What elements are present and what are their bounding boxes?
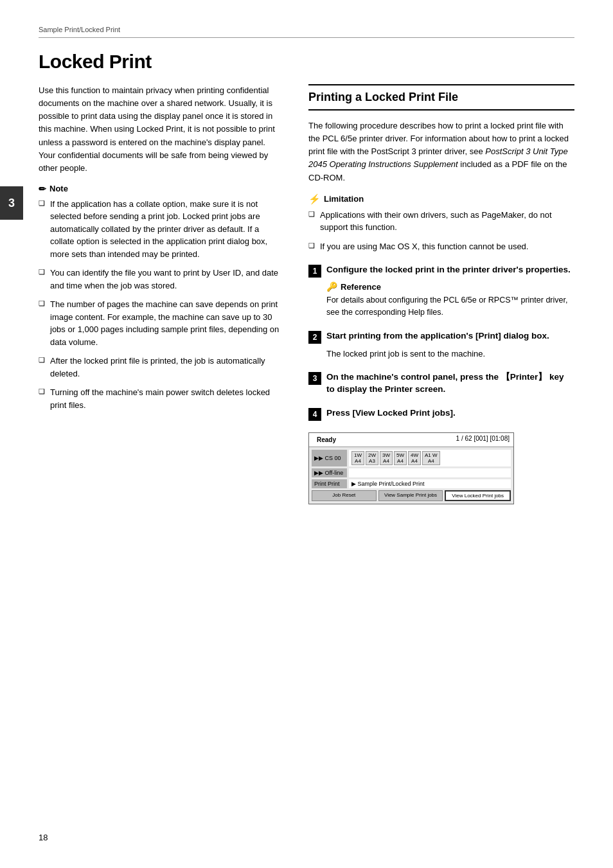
screen-row-label: ▶▶ Off-line [312,468,347,477]
paper-tray-item: 2WA3 [366,451,378,465]
step-header: 3 On the machine's control panel, press … [308,371,574,396]
screen-row-content: 1WA42WA33WA45WA44WA4A1 WA4 [349,450,511,466]
paper-tray-items: 1WA42WA33WA45WA44WA4A1 WA4 [351,451,440,465]
step-4: 4 Press [View Locked Print jobs]. [308,407,574,421]
list-item: If you are using Mac OS X, this function… [308,240,574,253]
limitation-section: ⚡ Limitation Applications with their own… [308,193,574,253]
breadcrumb: Sample Print/Locked Print [39,26,574,38]
printer-screen-header: Ready 1 / 62 [001] [01:08] [309,433,513,447]
step-3: 3 On the machine's control panel, press … [308,371,574,396]
paper-tray-item: 5WA4 [394,451,407,465]
step-number-badge: 2 [308,331,321,344]
printer-screen-body: ▶▶ CS 001WA42WA33WA45WA44WA4A1 WA4▶▶ Off… [309,447,513,504]
paper-tray-item: A1 WA4 [422,451,440,465]
screen-row-content: ▶ Sample Print/Locked Print [349,479,511,488]
right-section-title: Printing a Locked Print File [308,84,574,111]
step-title: Configure the locked print in the printe… [326,264,571,276]
left-column: Use this function to maintain privacy wh… [39,84,283,504]
screen-rows: ▶▶ CS 001WA42WA33WA45WA44WA4A1 WA4▶▶ Off… [312,450,511,488]
step-2: 2 Start printing from the application's … [308,330,574,360]
note-label: Note [49,184,68,193]
screen-row: ▶▶ Off-line [312,468,511,477]
reference-body: For details about configuring the PCL 6/… [326,294,574,319]
job-reset-btn[interactable]: Job Reset [312,490,377,501]
step-body: The locked print job is sent to the mach… [326,348,574,360]
reference-header: 🔑 Reference [326,281,574,292]
screen-row: ▶▶ CS 001WA42WA33WA45WA44WA4A1 WA4 [312,450,511,466]
limitation-icon: ⚡ [308,193,321,205]
right-intro: The following procedure describes how to… [308,120,574,184]
ready-label: Ready [313,435,340,445]
note-header: ✏ Note [39,184,283,194]
note-section: ✏ Note If the application has a collate … [39,184,283,412]
reference-icon: 🔑 [326,281,337,292]
screen-row-label: ▶▶ CS 00 [312,450,347,466]
reference-block: 🔑 Reference For details about configurin… [326,281,574,319]
steps-container: 1 Configure the locked print in the prin… [308,264,574,421]
page: Sample Print/Locked Print 3 Locked Print… [0,0,613,868]
screen-row-label: Print Print [312,479,347,488]
list-item: Applications with their own drivers, suc… [308,209,574,234]
step-header: 4 Press [View Locked Print jobs]. [308,407,574,421]
paper-tray-item: 3WA4 [380,451,393,465]
list-item: Turning off the machine's main power swi… [39,386,283,411]
step-number-badge: 3 [308,372,321,385]
chapter-tab: 3 [0,186,23,220]
view-sample-btn[interactable]: View Sample Print jobs [378,490,443,501]
limitation-header: ⚡ Limitation [308,193,574,205]
paper-tray-item: 4WA4 [408,451,421,465]
right-column: Printing a Locked Print File The followi… [308,84,574,504]
view-locked-btn[interactable]: View Locked Print jobs [445,490,511,501]
step-title: Press [View Locked Print jobs]. [326,407,456,420]
step-1: 1 Configure the locked print in the prin… [308,264,574,319]
reference-label: Reference [341,282,381,292]
limitation-label: Limitation [324,194,364,204]
step-number-badge: 1 [308,265,321,278]
list-item: After the locked print file is printed, … [39,355,283,380]
intro-text: Use this function to maintain privacy wh… [39,84,283,175]
printer-screen-footer: Job Reset View Sample Print jobs View Lo… [312,490,511,501]
screen-row: Print Print▶ Sample Print/Locked Print [312,479,511,488]
page-title: Locked Print [39,51,574,73]
page-number: 18 [39,833,48,842]
note-icon: ✏ [39,184,46,194]
step-number-badge: 4 [308,408,321,421]
step-header: 1 Configure the locked print in the prin… [308,264,574,278]
screen-top-right: 1 / 62 [001] [01:08] [456,435,510,445]
paper-tray-item: 1WA4 [351,451,364,465]
list-item: The number of pages the machine can save… [39,298,283,348]
step-header: 2 Start printing from the application's … [308,330,574,344]
printer-screen: Ready 1 / 62 [001] [01:08] ▶▶ CS 001WA42… [308,432,514,504]
step-title: On the machine's control panel, press th… [326,371,574,396]
two-column-layout: Use this function to maintain privacy wh… [39,84,574,504]
note-bullet-list: If the application has a collate option,… [39,198,283,412]
list-item: You can identify the file you want to pr… [39,267,283,292]
step-title: Start printing from the application's [P… [326,330,549,342]
screen-row-content [349,468,511,477]
limitation-bullet-list: Applications with their own drivers, suc… [308,209,574,253]
list-item: If the application has a collate option,… [39,198,283,261]
